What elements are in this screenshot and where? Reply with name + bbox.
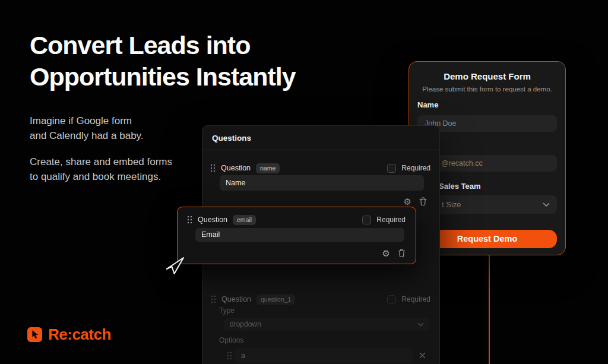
remove-option-icon[interactable] — [419, 352, 426, 359]
question-actions: ⚙ — [404, 197, 427, 206]
question-title-input[interactable]: Name — [220, 175, 424, 191]
question-label: Question — [198, 216, 227, 224]
connector-line — [489, 255, 490, 364]
drag-handle-icon[interactable] — [187, 216, 192, 224]
form-subtitle: Please submit this form to request a dem… — [409, 86, 565, 93]
question-title-input[interactable]: Email — [195, 228, 404, 242]
page-title: Convert Leads into Opportunities Instant… — [30, 30, 296, 93]
required-checkbox[interactable] — [362, 216, 371, 224]
question-row-email: Question email Required — [187, 214, 406, 225]
question-label: Question — [221, 295, 251, 303]
drag-handle-icon[interactable] — [227, 352, 232, 360]
question-label: Question — [221, 164, 251, 172]
type-select[interactable]: dropdown — [224, 318, 430, 331]
required-label: Required — [376, 216, 406, 224]
type-select-value: dropdown — [230, 320, 261, 328]
question-key-badge: email — [233, 215, 256, 225]
form-title: Demo Request Form — [409, 71, 565, 81]
chevron-down-icon — [543, 202, 550, 207]
settings-gear-icon[interactable]: ⚙ — [382, 249, 390, 258]
trash-icon[interactable] — [419, 197, 427, 206]
brand-wordmark: Re:catch — [48, 325, 111, 344]
settings-gear-icon[interactable]: ⚙ — [404, 197, 411, 206]
page-title-line2: Opportunities Instantly — [30, 61, 296, 93]
option-row: a — [202, 348, 439, 363]
questions-panel-title: Questions — [202, 126, 439, 150]
required-checkbox[interactable] — [387, 295, 396, 304]
required-checkbox[interactable] — [387, 164, 396, 173]
hero-section: Convert Leads into Opportunities Instant… — [0, 0, 608, 364]
tagline-line: Imagine if Google form — [30, 113, 144, 128]
name-field-label: Name — [417, 100, 438, 109]
question-key-badge: name — [256, 163, 280, 173]
page-title-line1: Convert Leads into — [30, 30, 296, 61]
drag-handle-icon[interactable] — [210, 164, 216, 172]
brand-logo: Re:catch — [27, 325, 111, 344]
size-select-value: t Size — [442, 200, 461, 209]
question-row-question1: Question question_1 Required — [211, 294, 430, 305]
trash-icon[interactable] — [398, 249, 406, 258]
type-label: Type — [219, 306, 235, 315]
recatch-logo-icon — [27, 327, 42, 342]
option-value-input[interactable]: a — [235, 348, 413, 363]
tagline-create-share: Create, share and embed forms to qualify… — [30, 154, 172, 184]
options-label: Options — [219, 336, 243, 344]
required-label: Required — [401, 295, 430, 303]
required-label: Required — [401, 164, 430, 172]
question-row-name: Question name Required — [210, 163, 430, 173]
question-actions: ⚙ — [382, 249, 406, 258]
tagline-line: Create, share and embed forms — [30, 154, 172, 169]
chevron-down-icon — [417, 322, 424, 327]
tagline-google-calendly: Imagine if Google form and Calendly had … — [30, 113, 144, 143]
tagline-line: to qualify and book meetings. — [30, 169, 172, 184]
question-card-email-active: Question email Required Email ⚙ — [177, 207, 416, 264]
question-key-badge: question_1 — [256, 295, 295, 305]
drag-handle-icon[interactable] — [211, 295, 216, 303]
tagline-line: and Calendly had a baby. — [30, 128, 144, 143]
question-card-question1: Question question_1 Required Type dropdo… — [202, 290, 439, 364]
mouse-cursor-icon — [166, 255, 185, 277]
